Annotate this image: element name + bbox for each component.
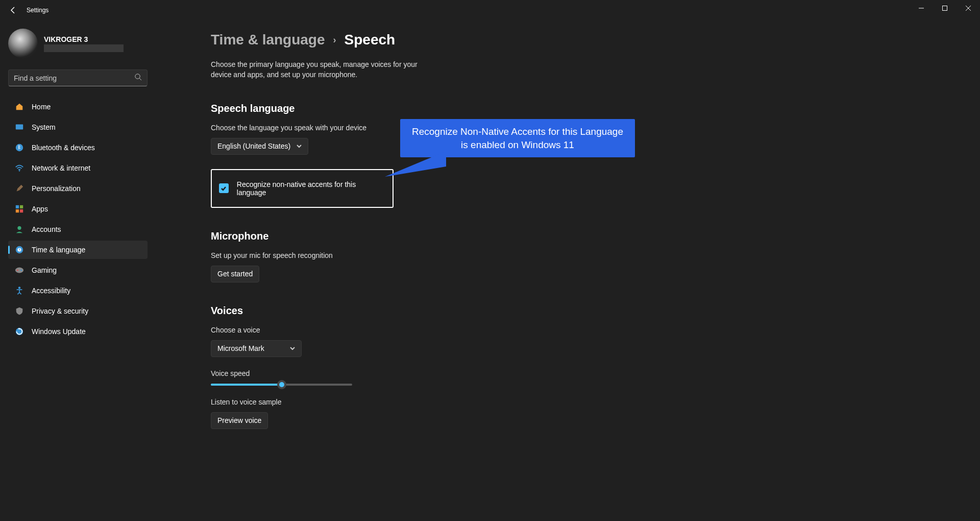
svg-rect-7 bbox=[16, 209, 19, 212]
nav-personalization[interactable]: Personalization bbox=[8, 179, 148, 198]
search-box[interactable] bbox=[8, 69, 148, 86]
svg-point-13 bbox=[17, 270, 18, 271]
apps-icon bbox=[14, 204, 24, 214]
accessibility-icon bbox=[14, 286, 24, 296]
clock-globe-icon bbox=[14, 245, 24, 255]
chevron-down-icon bbox=[290, 344, 295, 352]
svg-marker-17 bbox=[385, 151, 446, 177]
system-icon bbox=[14, 122, 24, 132]
breadcrumb-current: Speech bbox=[345, 32, 396, 48]
svg-rect-2 bbox=[16, 125, 23, 130]
home-icon bbox=[14, 102, 24, 112]
recognize-accents-checkbox-row[interactable]: Recognize non-native accents for this la… bbox=[211, 169, 394, 208]
nav-accessibility[interactable]: Accessibility bbox=[8, 281, 148, 300]
wifi-icon bbox=[14, 163, 24, 173]
svg-rect-6 bbox=[20, 205, 23, 208]
svg-rect-5 bbox=[16, 205, 19, 208]
voice-speed-slider[interactable] bbox=[211, 384, 352, 386]
minimize-button[interactable] bbox=[910, 0, 933, 16]
voice-dropdown[interactable]: Microsoft Mark bbox=[211, 340, 302, 357]
window-title: Settings bbox=[27, 7, 48, 14]
page-description: Choose the primary language you speak, m… bbox=[211, 59, 435, 80]
gamepad-icon bbox=[14, 265, 24, 275]
close-button[interactable] bbox=[957, 0, 980, 16]
nav-list: Home System Bluetooth & devices Network … bbox=[8, 98, 148, 341]
svg-point-15 bbox=[18, 287, 21, 289]
nav-system[interactable]: System bbox=[8, 118, 148, 136]
svg-rect-0 bbox=[943, 6, 947, 11]
maximize-button[interactable] bbox=[933, 0, 957, 16]
slider-thumb[interactable] bbox=[277, 380, 286, 389]
window-controls bbox=[910, 0, 980, 16]
voices-heading: Voices bbox=[211, 305, 968, 317]
speech-language-heading: Speech language bbox=[211, 103, 968, 114]
recognize-accents-checkbox[interactable] bbox=[219, 183, 229, 193]
speech-language-dropdown[interactable]: English (United States) bbox=[211, 138, 308, 155]
svg-point-9 bbox=[17, 226, 21, 230]
back-button[interactable] bbox=[4, 1, 22, 19]
recognize-accents-label: Recognize non-native accents for this la… bbox=[237, 180, 385, 197]
nav-home[interactable]: Home bbox=[8, 98, 148, 116]
avatar bbox=[8, 29, 38, 58]
nav-gaming[interactable]: Gaming bbox=[8, 261, 148, 279]
brush-icon bbox=[14, 183, 24, 194]
voices-sub: Choose a voice bbox=[211, 326, 968, 334]
nav-update[interactable]: Windows Update bbox=[8, 322, 148, 341]
svg-rect-8 bbox=[20, 209, 23, 212]
shield-icon bbox=[14, 306, 24, 316]
person-icon bbox=[14, 224, 24, 234]
main-content: Time & language › Speech Choose the prim… bbox=[156, 20, 980, 521]
profile-block[interactable]: VIKROGER 3 bbox=[8, 27, 148, 66]
svg-point-1 bbox=[135, 74, 140, 79]
breadcrumb: Time & language › Speech bbox=[211, 32, 968, 48]
bluetooth-icon bbox=[14, 143, 24, 153]
microphone-heading: Microphone bbox=[211, 230, 968, 242]
get-started-button[interactable]: Get started bbox=[211, 266, 259, 282]
svg-point-14 bbox=[20, 270, 22, 271]
svg-point-4 bbox=[19, 170, 20, 171]
listen-sample-label: Listen to voice sample bbox=[211, 398, 968, 406]
profile-name: VIKROGER 3 bbox=[44, 35, 124, 43]
nav-time-language[interactable]: Time & language bbox=[8, 241, 148, 259]
voice-value: Microsoft Mark bbox=[217, 344, 264, 352]
nav-bluetooth[interactable]: Bluetooth & devices bbox=[8, 138, 148, 157]
nav-privacy[interactable]: Privacy & security bbox=[8, 302, 148, 320]
breadcrumb-parent[interactable]: Time & language bbox=[211, 32, 325, 48]
chevron-right-icon: › bbox=[333, 35, 336, 45]
search-icon bbox=[134, 73, 142, 83]
chevron-down-icon bbox=[297, 142, 302, 150]
profile-email-redacted bbox=[44, 44, 124, 52]
preview-voice-button[interactable]: Preview voice bbox=[211, 412, 268, 429]
microphone-sub: Set up your mic for speech recognition bbox=[211, 251, 968, 259]
search-input[interactable] bbox=[14, 74, 134, 82]
update-icon bbox=[14, 326, 24, 337]
svg-point-12 bbox=[15, 268, 23, 273]
speech-language-value: English (United States) bbox=[217, 142, 290, 150]
voice-speed-label: Voice speed bbox=[211, 369, 968, 377]
nav-network[interactable]: Network & internet bbox=[8, 159, 148, 177]
nav-apps[interactable]: Apps bbox=[8, 200, 148, 218]
title-bar: Settings bbox=[0, 0, 980, 20]
sidebar: VIKROGER 3 Home System Bluetooth & devic… bbox=[0, 20, 156, 521]
nav-accounts[interactable]: Accounts bbox=[8, 220, 148, 239]
